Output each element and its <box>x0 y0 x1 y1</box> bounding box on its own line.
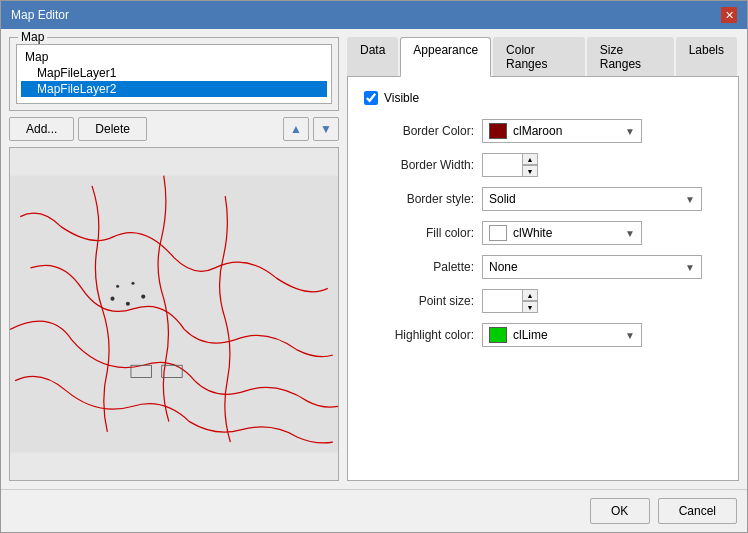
tab-data[interactable]: Data <box>347 37 398 76</box>
map-editor-window: Map Editor ✕ Map Map MapFileLayer1 MapFi… <box>0 0 748 533</box>
svg-point-6 <box>116 285 119 288</box>
bottom-bar: OK Cancel <box>1 489 747 532</box>
spinner-buttons: ▲ ▼ <box>522 153 538 177</box>
palette-arrow-icon: ▼ <box>685 262 695 273</box>
border-style-dropdown[interactable]: Solid ▼ <box>482 187 702 211</box>
highlight-color-dropdown[interactable]: clLime ▼ <box>482 323 642 347</box>
delete-button[interactable]: Delete <box>78 117 147 141</box>
border-width-row: Border Width: 1 ▲ ▼ <box>364 153 722 177</box>
palette-dropdown[interactable]: None ▼ <box>482 255 702 279</box>
point-size-spinner: 0 ▲ ▼ <box>482 289 538 313</box>
right-panel: Data Appearance Color Ranges Size Ranges… <box>347 37 739 481</box>
tree-item-layer2[interactable]: MapFileLayer2 <box>21 81 327 97</box>
border-style-value: Solid <box>489 192 516 206</box>
group-label: Map <box>18 30 47 44</box>
svg-point-3 <box>110 297 114 301</box>
border-color-control: clMaroon ▼ <box>482 119 642 143</box>
highlight-color-arrow-icon: ▼ <box>625 330 635 341</box>
ok-button[interactable]: OK <box>590 498 650 524</box>
visible-label: Visible <box>384 91 419 105</box>
svg-point-5 <box>141 295 145 299</box>
border-width-input[interactable]: 1 <box>482 153 522 177</box>
border-width-down[interactable]: ▼ <box>522 165 538 177</box>
highlight-color-label: Highlight color: <box>364 328 474 342</box>
fill-color-value: clWhite <box>513 226 552 240</box>
close-button[interactable]: ✕ <box>721 7 737 23</box>
fill-color-arrow-icon: ▼ <box>625 228 635 239</box>
border-style-arrow-icon: ▼ <box>685 194 695 205</box>
visible-row: Visible <box>364 91 722 105</box>
tab-appearance-content: Visible Border Color: clMaroon ▼ <box>347 77 739 481</box>
border-color-swatch <box>489 123 507 139</box>
palette-row: Palette: None ▼ <box>364 255 722 279</box>
move-up-button[interactable]: ▲ <box>283 117 309 141</box>
cancel-button[interactable]: Cancel <box>658 498 737 524</box>
highlight-color-row: Highlight color: clLime ▼ <box>364 323 722 347</box>
move-down-button[interactable]: ▼ <box>313 117 339 141</box>
tree-item-layer1[interactable]: MapFileLayer1 <box>21 65 327 81</box>
title-bar: Map Editor ✕ <box>1 1 747 29</box>
tab-labels[interactable]: Labels <box>676 37 737 76</box>
left-panel: Map Map MapFileLayer1 MapFileLayer2 Add.… <box>9 37 339 481</box>
window-body: Map Map MapFileLayer1 MapFileLayer2 Add.… <box>1 29 747 489</box>
border-width-spinner: 1 ▲ ▼ <box>482 153 538 177</box>
map-preview <box>9 147 339 481</box>
border-style-control: Solid ▼ <box>482 187 702 211</box>
point-size-control: 0 ▲ ▼ <box>482 289 538 313</box>
map-group: Map Map MapFileLayer1 MapFileLayer2 <box>9 37 339 111</box>
add-button[interactable]: Add... <box>9 117 74 141</box>
arrow-down-icon: ▼ <box>320 122 332 136</box>
palette-control: None ▼ <box>482 255 702 279</box>
svg-point-4 <box>126 302 130 306</box>
left-button-row: Add... Delete ▲ ▼ <box>9 117 339 141</box>
fill-color-label: Fill color: <box>364 226 474 240</box>
tabs-bar: Data Appearance Color Ranges Size Ranges… <box>347 37 739 77</box>
border-color-row: Border Color: clMaroon ▼ <box>364 119 722 143</box>
highlight-color-control: clLime ▼ <box>482 323 642 347</box>
arrow-up-icon: ▲ <box>290 122 302 136</box>
content-spacer <box>364 357 722 466</box>
svg-point-7 <box>131 282 134 285</box>
point-size-row: Point size: 0 ▲ ▼ <box>364 289 722 313</box>
border-color-value: clMaroon <box>513 124 562 138</box>
palette-value: None <box>489 260 518 274</box>
map-svg <box>10 148 338 480</box>
window-title: Map Editor <box>11 8 69 22</box>
tree-item-map[interactable]: Map <box>21 49 327 65</box>
palette-label: Palette: <box>364 260 474 274</box>
point-size-input[interactable]: 0 <box>482 289 522 313</box>
border-width-control: 1 ▲ ▼ <box>482 153 538 177</box>
tab-color-ranges[interactable]: Color Ranges <box>493 37 585 76</box>
visible-checkbox[interactable] <box>364 91 378 105</box>
tree-view: Map MapFileLayer1 MapFileLayer2 <box>16 44 332 104</box>
fill-color-dropdown[interactable]: clWhite ▼ <box>482 221 642 245</box>
border-style-row: Border style: Solid ▼ <box>364 187 722 211</box>
point-size-down[interactable]: ▼ <box>522 301 538 313</box>
point-size-spinner-buttons: ▲ ▼ <box>522 289 538 313</box>
fill-color-control: clWhite ▼ <box>482 221 642 245</box>
highlight-color-swatch <box>489 327 507 343</box>
fill-color-row: Fill color: clWhite ▼ <box>364 221 722 245</box>
fill-color-swatch <box>489 225 507 241</box>
point-size-up[interactable]: ▲ <box>522 289 538 301</box>
highlight-color-value: clLime <box>513 328 548 342</box>
border-style-label: Border style: <box>364 192 474 206</box>
border-color-label: Border Color: <box>364 124 474 138</box>
point-size-label: Point size: <box>364 294 474 308</box>
border-width-label: Border Width: <box>364 158 474 172</box>
border-width-up[interactable]: ▲ <box>522 153 538 165</box>
border-color-arrow-icon: ▼ <box>625 126 635 137</box>
tab-appearance[interactable]: Appearance <box>400 37 491 77</box>
border-color-dropdown[interactable]: clMaroon ▼ <box>482 119 642 143</box>
tab-size-ranges[interactable]: Size Ranges <box>587 37 674 76</box>
